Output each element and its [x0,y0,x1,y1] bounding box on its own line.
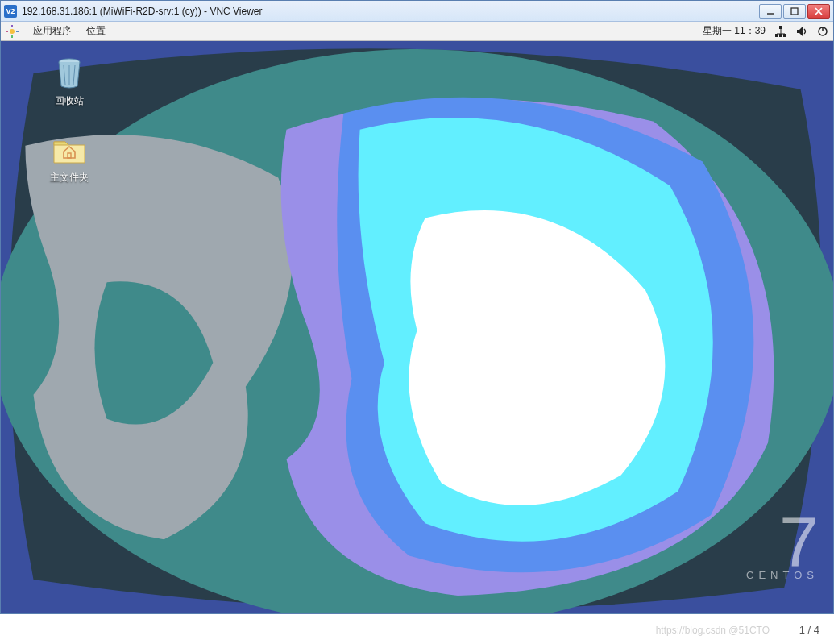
close-button[interactable] [807,4,830,19]
svg-rect-1 [791,8,798,15]
window-controls [759,4,830,19]
svg-rect-9 [775,34,778,37]
svg-rect-5 [11,25,13,27]
svg-marker-15 [797,27,803,36]
svg-rect-8 [16,31,19,32]
page-footer: https://blog.csdn @51CTO 1 / 4 [0,615,834,644]
folder-home-icon [51,131,88,168]
applications-menu[interactable]: 应用程序 [33,24,72,38]
svg-point-4 [10,29,15,34]
centos-version: 7 [746,517,819,567]
vnc-viewer-window: V2 192.168.31.186:1 (MiWiFi-R2D-srv:1 (c… [0,0,834,614]
svg-rect-11 [783,34,786,37]
centos-branding: 7 CENTOS [746,517,819,581]
power-icon[interactable] [817,26,828,37]
activities-icon[interactable] [6,25,19,38]
svg-rect-10 [779,34,782,37]
svg-rect-6 [11,35,13,38]
vnc-app-icon: V2 [4,5,17,18]
page-indicator: 1 / 4 [799,624,819,636]
desktop-wallpaper [1,41,833,613]
clock-label[interactable]: 星期一 11：39 [703,24,766,38]
trash-bin-icon [51,54,88,91]
window-title: 192.168.31.186:1 (MiWiFi-R2D-srv:1 (cy))… [22,6,759,17]
home-folder-icon[interactable]: 主文件夹 [33,131,106,185]
maximize-button[interactable] [783,4,806,19]
home-folder-label: 主文件夹 [50,171,89,185]
volume-icon[interactable] [796,26,807,37]
watermark-text: https://blog.csdn @51CTO [656,625,770,636]
network-icon[interactable] [775,26,786,37]
gnome-top-panel: 应用程序 位置 星期一 11：39 [1,22,833,41]
window-titlebar[interactable]: V2 192.168.31.186:1 (MiWiFi-R2D-srv:1 (c… [1,1,833,22]
minimize-button[interactable] [759,4,782,19]
remote-desktop[interactable]: 应用程序 位置 星期一 11：39 [1,22,833,613]
svg-rect-7 [6,31,8,32]
trash-icon[interactable]: 回收站 [33,54,106,108]
desktop-icons-area: 回收站 主文件夹 [33,54,106,185]
svg-rect-12 [779,26,782,29]
places-menu[interactable]: 位置 [86,24,106,38]
trash-label: 回收站 [55,94,84,108]
centos-name: CENTOS [746,569,819,581]
